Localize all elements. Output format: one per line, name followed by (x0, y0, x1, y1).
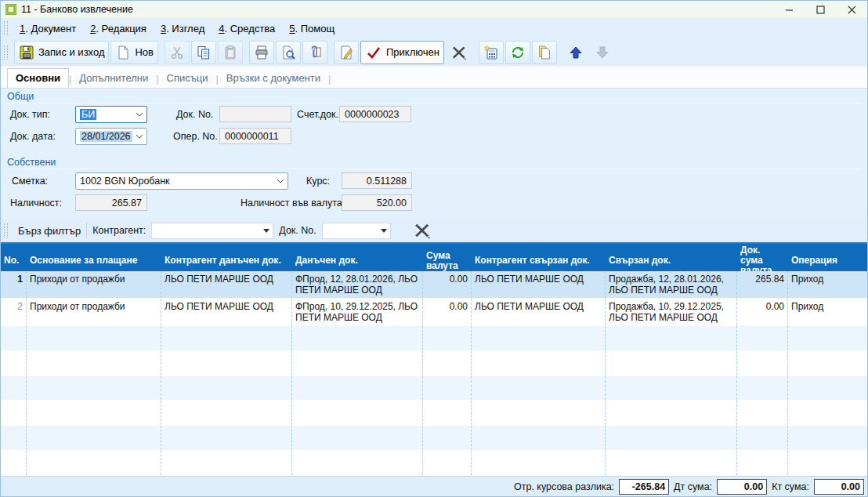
oper-no-field[interactable]: 0000000011 (219, 128, 291, 144)
move-down-button[interactable] (590, 41, 615, 64)
filter-doc-no-combo[interactable] (322, 223, 391, 239)
acc-doc-label: Счет.док. (297, 109, 338, 120)
account-label: Сметка: (12, 176, 48, 187)
calculator-icon (483, 45, 499, 60)
save-and-exit-button[interactable]: Запис и изход (14, 41, 109, 64)
copy-button[interactable] (191, 41, 216, 64)
new-document-icon (115, 45, 131, 60)
move-up-button[interactable] (563, 41, 588, 64)
refresh-button[interactable] (505, 41, 530, 64)
edit-document-icon (338, 45, 354, 60)
filter-doc-no-label: Док. No. (279, 225, 316, 236)
quick-filter-title: Бърз филтър (18, 225, 81, 237)
duplicate-document-button[interactable] (532, 41, 557, 64)
empty-row (1, 376, 867, 401)
doc-no-label: Док. No. (176, 109, 213, 120)
duplicate-document-icon (537, 45, 552, 60)
finalized-toggle-button[interactable]: Приключен (360, 41, 444, 64)
edit-document-button[interactable] (334, 41, 359, 64)
empty-row (1, 426, 867, 451)
grid-header: No. Основание за плащане Контрагент данъ… (1, 242, 867, 271)
balance-currency-field[interactable]: 520.00 (342, 194, 412, 211)
menu-help[interactable]: 5. Помощ (282, 20, 342, 37)
empty-row (1, 401, 867, 426)
accounting-button[interactable] (479, 41, 504, 64)
filter-contractor-combo[interactable] (151, 223, 273, 239)
save-icon (19, 45, 34, 60)
arrow-up-icon (568, 45, 584, 60)
cut-button[interactable] (165, 41, 190, 64)
paperclip-icon (307, 45, 323, 60)
menubar: 1. Документ 2. Редакция 3. Изглед 4. Сре… (1, 18, 867, 38)
paste-button[interactable] (218, 41, 243, 64)
account-combo[interactable]: 1002 BGN Юробанк (75, 172, 288, 190)
statusbar: Отр. курсова разлика: -265.84 Дт сума: 0… (1, 476, 867, 496)
filter-contractor-label: Контрагент: (92, 225, 146, 236)
oper-no-label: Опер. No. (173, 131, 218, 142)
acc-doc-field[interactable]: 0000000023 (339, 106, 411, 122)
menu-edit[interactable]: 2. Редакция (83, 20, 154, 37)
tabbar: Основни | Допълнителни | Списъци | Връзк… (1, 67, 867, 89)
table-row[interactable]: 1 Приходи от продажби ЛЬО ПЕТИ МАРШЕ ООД… (1, 271, 867, 299)
lines-grid: No. Основание за плащане Контрагент данъ… (1, 242, 867, 476)
filterbar-grip[interactable] (4, 223, 8, 238)
menu-tools[interactable]: 4. Средства (212, 20, 282, 37)
dropdown-arrow-icon (381, 229, 387, 233)
close-button[interactable] (836, 1, 867, 18)
balance-field[interactable]: 265.87 (75, 194, 147, 211)
dt-sum-field[interactable]: 0.00 (717, 479, 767, 495)
tab-lists[interactable]: Списъци (159, 69, 216, 88)
x-icon (413, 221, 432, 240)
dropdown-arrow-icon (263, 229, 269, 233)
print-preview-button[interactable] (276, 41, 301, 64)
arrow-down-icon (595, 45, 610, 60)
rate-field[interactable]: 0.511288 (342, 172, 412, 189)
chevron-down-icon (277, 179, 284, 183)
minimize-button[interactable] (773, 1, 805, 18)
copy-icon (196, 45, 212, 60)
toolbar: Запис и изход Нов Пр (1, 38, 867, 67)
refresh-icon (510, 45, 526, 60)
tab-document-links[interactable]: Връзки с документи (219, 69, 328, 88)
menu-view[interactable]: 3. Изглед (154, 20, 212, 37)
cut-icon (169, 45, 185, 60)
rate-label: Курс: (306, 176, 330, 187)
table-row[interactable]: 2 Приходи от продажби ЛЬО ПЕТИ МАРШЕ ООД… (1, 299, 867, 326)
doc-date-label: Док. дата: (10, 131, 56, 142)
doc-type-combo[interactable]: БИ (75, 106, 147, 123)
printer-icon (254, 45, 269, 60)
cancel-finalize-button[interactable] (446, 41, 472, 64)
doc-type-label: Док. тип: (10, 109, 50, 120)
maximize-icon (816, 5, 825, 14)
section-general-title: Общи (7, 91, 34, 102)
attach-button[interactable] (302, 41, 327, 64)
chevron-down-icon (136, 134, 143, 139)
toolbar-grip[interactable] (4, 45, 8, 60)
kt-sum-label: Кт сума: (772, 481, 809, 492)
close-icon (848, 5, 856, 14)
balance-currency-label: Наличност във валута: (241, 198, 345, 209)
kt-sum-field[interactable]: 0.00 (814, 479, 864, 495)
neg-rate-diff-field[interactable]: -265.84 (619, 479, 669, 495)
doc-date-combo[interactable]: 28/01/2026 (75, 128, 147, 145)
tab-main[interactable]: Основни (7, 68, 69, 88)
menu-document[interactable]: 1. Документ (13, 20, 83, 37)
section-own-title: Собствени (7, 157, 56, 168)
window-title: 11 - Банково извлечение (21, 4, 133, 15)
quick-filter-bar: Бърз филтър Контрагент: Док. No. (1, 219, 867, 242)
neg-rate-diff-label: Отр. курсова разлика: (514, 481, 614, 492)
chevron-down-icon (136, 112, 143, 117)
clear-filter-button[interactable] (408, 219, 436, 242)
print-button[interactable] (249, 41, 274, 64)
new-button[interactable]: Нов (110, 41, 158, 64)
form-area: Общи Док. тип: БИ Док. No. Счет.док. 000… (1, 89, 867, 219)
minimize-icon (785, 5, 794, 14)
tab-additional[interactable]: Допълнителни (71, 69, 156, 88)
x-icon (450, 44, 468, 61)
dt-sum-label: Дт сума: (674, 481, 712, 492)
menubar-grip[interactable] (4, 21, 8, 35)
balance-label: Наличност: (10, 198, 62, 209)
maximize-button[interactable] (805, 1, 836, 18)
app-window: 11 - Банково извлечение 1. Документ 2. Р… (0, 0, 868, 497)
doc-no-field[interactable] (219, 106, 291, 122)
